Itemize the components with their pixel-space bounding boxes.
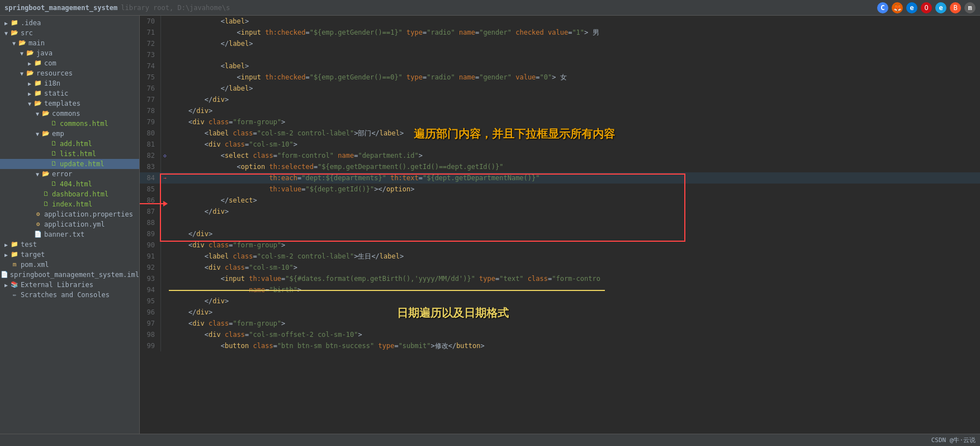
sidebar-item-add-html[interactable]: 🗋 add.html [0,139,139,149]
sidebar-item-label: com [44,59,56,67]
sidebar-item-pom[interactable]: m pom.xml [0,260,139,270]
ext-libs-icon: 📚 [10,281,19,289]
code-line-85: 85 th:value="${dept.getId()}"></option> [140,184,980,195]
sidebar-item-label: add.html [60,140,92,148]
folder-open-icon: 📂 [10,29,19,37]
sidebar-item-target[interactable]: ▶ 📁 target [0,250,139,260]
html-file-icon: 🗋 [49,150,58,158]
code-line-99: 99 <button class="btn btn-sm btn-success… [140,340,980,351]
code-line-87: 87 </div> [140,206,980,217]
header-bar: springboot_management_system library roo… [0,0,980,16]
sidebar-item-dashboard-html[interactable]: 🗋 dashboard.html [0,189,139,199]
sidebar-item-label: main [29,39,45,47]
firefox-icon[interactable]: 🦊 [892,2,903,13]
collapse-arrow: ▶ [2,252,10,258]
scratches-icon: ✏ [10,291,19,299]
sidebar-item-list-html[interactable]: 🗋 list.html [0,149,139,159]
collapse-arrow: ▼ [34,171,41,177]
code-editor[interactable]: 遍历部门内容，并且下拉框显示所有内容 日期遍历以及日期格式 70 <label>… [140,16,980,434]
sidebar-item-404-html[interactable]: 🗋 404.html [0,179,139,189]
sidebar-item-src[interactable]: ▼ 📂 src [0,28,139,38]
sidebar-item-error[interactable]: ▼ 📂 error [0,169,139,179]
collapse-arrow: ▶ [26,81,34,87]
sidebar-item-iml[interactable]: 📄 springboot_management_system.iml [0,270,139,280]
sidebar-item-update-html[interactable]: 🗋 update.html [0,159,139,169]
code-line-76: 76 </label> [140,83,980,94]
sidebar-item-label: commons [52,110,81,118]
sidebar-item-label: dashboard.html [52,190,108,198]
sidebar-item-label: emp [52,130,64,138]
html-file-icon: 🗋 [49,120,58,128]
collapse-arrow: ▼ [26,101,34,107]
collapse-arrow: ▶ [2,282,10,288]
mavensync-icon[interactable]: m [964,2,976,13]
code-line-90: 90 <div class="form-group"> [140,240,980,251]
folder-open-icon: 📂 [26,49,35,57]
sidebar-item-i18n[interactable]: ▶ 📁 i18n [0,78,139,88]
sidebar-item-label: templates [44,100,81,107]
html-file-icon: 🗋 [49,160,58,168]
code-line-74: 74 <label> [140,60,980,72]
code-line-89: 89 </div> [140,228,980,240]
project-sidebar: ▶ 📁 .idea ▼ 📂 src ▼ 📂 main ▼ 📂 java ▶ 📁 [0,16,140,434]
sidebar-item-label: index.html [52,200,92,208]
sidebar-item-emp[interactable]: ▼ 📂 emp [0,129,139,139]
collapse-arrow: ▼ [2,30,10,36]
header-icons: C 🦊 e O e B m [877,2,976,13]
code-line-95: 95 </div> [140,295,980,307]
sidebar-item-label: list.html [60,150,96,158]
sidebar-item-templates[interactable]: ▼ 📂 templates [0,98,139,109]
sidebar-item-banner-txt[interactable]: 📄 banner.txt [0,229,139,240]
folder-icon: 📁 [10,241,19,248]
chrome-icon[interactable]: C [877,2,888,13]
sidebar-item-label: pom.xml [21,261,49,269]
html-file-icon: 🗋 [41,200,50,208]
collapse-arrow: ▼ [18,50,26,57]
code-line-83: 83 <option th:selected="${emp.getDepartm… [140,161,980,172]
code-line-88: 88 [140,217,980,228]
sidebar-item-label: update.html [60,160,104,168]
sidebar-item-commons-html[interactable]: 🗋 commons.html [0,119,139,129]
sidebar-item-label: springboot_management_system.iml [10,271,139,279]
sidebar-item-idea[interactable]: ▶ 📁 .idea [0,18,139,28]
code-line-84: 84 → th:each="dept:${departments}" th:te… [140,172,980,184]
sidebar-item-external-libs[interactable]: ▶ 📚 External Libraries [0,280,139,290]
yml-file-icon: ⚙ [34,220,42,228]
code-line-75: 75 <input th:checked="${emp.getGender()=… [140,72,980,83]
sidebar-item-index-html[interactable]: 🗋 index.html [0,199,139,209]
project-name: springboot_management_system [4,4,117,12]
collapse-arrow: ▶ [26,91,34,97]
code-line-72: 72 </label> [140,38,980,49]
ie-icon[interactable]: e [935,2,946,13]
sidebar-item-test[interactable]: ▶ 📁 test [0,240,139,250]
sidebar-item-scratches[interactable]: ✏ Scratches and Consoles [0,290,139,300]
collapse-arrow: ▼ [34,131,41,137]
xml-file-icon: m [10,261,19,269]
folder-icon: 📁 [10,19,19,27]
sidebar-item-static[interactable]: ▶ 📁 static [0,88,139,98]
html-file-icon: 🗋 [41,190,50,198]
sidebar-item-label: target [21,251,45,259]
status-bar: CSDN @牛·云说 [0,434,980,446]
collapse-arrow: ▼ [18,71,26,77]
sidebar-item-label: 404.html [60,180,92,188]
sidebar-item-app-yml[interactable]: ⚙ application.yml [0,219,139,229]
sidebar-item-commons[interactable]: ▼ 📂 commons [0,109,139,119]
sidebar-item-label: i18n [44,79,60,87]
sidebar-item-com[interactable]: ▶ 📁 com [0,58,139,68]
settings-file-icon: ⚙ [34,210,42,218]
folder-open-icon: 📂 [34,100,42,107]
code-line-82: 82 ◇ <select class="form-control" name="… [140,150,980,161]
sidebar-item-app-properties[interactable]: ⚙ application.properties [0,209,139,219]
edge-icon[interactable]: e [906,2,917,13]
code-line-78: 78 </div> [140,105,980,116]
sidebar-item-main[interactable]: ▼ 📂 main [0,38,139,48]
sidebar-item-label: commons.html [60,120,108,128]
sidebar-item-resources[interactable]: ▼ 📂 resources [0,68,139,78]
sidebar-item-java[interactable]: ▼ 📂 java [0,48,139,58]
brave-icon[interactable]: B [950,2,961,13]
opera-icon[interactable]: O [921,2,932,13]
code-line-80: 80 <label class="col-sm-2 control-label"… [140,128,980,139]
code-content: 70 <label> 71 <input th:checked="${emp.g… [140,16,980,351]
folder-open-icon: 📂 [41,110,50,118]
